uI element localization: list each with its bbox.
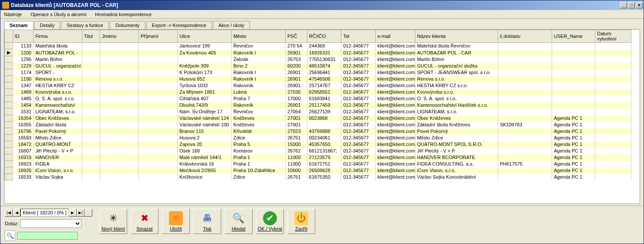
table-row[interactable]: 1347HESTIA KRBY CZTyršova 1032Rakovník26… — [5, 82, 631, 89]
cell[interactable]: 012-345677 — [341, 122, 376, 128]
cell[interactable]: Křivoklát — [231, 128, 285, 135]
cell[interactable] — [82, 148, 100, 154]
cell[interactable] — [139, 122, 178, 128]
cell[interactable]: 47546506 — [307, 76, 341, 82]
cell[interactable]: AUTOBAZAR POL - — [34, 49, 82, 56]
table-row[interactable]: 16919HANOVERMalé náměstí 144/1Praha 1110… — [5, 154, 631, 161]
cell[interactable]: 16796 — [13, 128, 34, 135]
search-icon[interactable]: 🔍 — [5, 230, 15, 241]
cell[interactable] — [498, 167, 552, 174]
cell[interactable]: Komárov — [231, 148, 285, 154]
cell[interactable]: HESTIA KRBY CZ — [34, 82, 82, 89]
cell[interactable]: Jankovice 199 — [177, 43, 231, 49]
cell[interactable]: 25117459 — [307, 102, 341, 108]
cell[interactable]: 25696441 — [307, 69, 341, 76]
cell[interactable] — [498, 89, 552, 95]
cell[interactable]: 26901 — [286, 76, 307, 82]
cell[interactable] — [100, 128, 139, 135]
table-row[interactable]: 18472QUATRO-MONTZapova 20Praha 515000453… — [5, 141, 631, 148]
cell[interactable]: 27054 — [286, 108, 307, 115]
toolbar-button-nov-klient[interactable]: ✳Nový klient — [99, 209, 127, 234]
cell[interactable]: PH617575 — [498, 161, 552, 167]
cell[interactable]: 012-345677 — [341, 141, 376, 148]
cell[interactable]: 26751 — [286, 174, 307, 180]
cell[interactable]: klient@klient.com — [375, 108, 415, 115]
cell[interactable] — [595, 135, 631, 141]
cell[interactable] — [82, 82, 100, 89]
cell[interactable] — [595, 76, 631, 82]
cell[interactable]: 26901 — [286, 69, 307, 76]
cell[interactable]: Jiří Plecitý - V + P — [415, 148, 498, 154]
cell[interactable]: 61672751 — [307, 161, 341, 167]
cell[interactable]: 012-345677 — [341, 135, 376, 141]
cell[interactable] — [139, 174, 178, 180]
cell[interactable]: iCom Vision, s.r.o. — [415, 167, 498, 174]
cell[interactable]: 11000 — [286, 154, 307, 161]
cell[interactable]: O. S. A. spol. s r.o. — [34, 95, 82, 102]
cell[interactable]: LIGNATEAM, s.r.o. — [415, 108, 498, 115]
cell[interactable] — [82, 135, 100, 141]
cell[interactable] — [498, 95, 552, 102]
cell[interactable]: Agenda PC 1 — [552, 135, 595, 141]
cell[interactable] — [595, 141, 631, 148]
cell[interactable] — [139, 69, 178, 76]
cell[interactable]: 60200 — [286, 63, 307, 69]
dotaz-select[interactable] — [20, 219, 81, 228]
cell[interactable]: Lubná — [231, 89, 285, 95]
cell[interactable]: Knížkovice — [177, 174, 231, 180]
cell[interactable]: 16533 — [13, 174, 34, 180]
search-input[interactable] — [17, 232, 78, 240]
cell[interactable] — [595, 167, 631, 174]
cell[interactable] — [100, 167, 139, 174]
cell[interactable]: 012-345677 — [341, 128, 376, 135]
cell[interactable] — [498, 69, 552, 76]
cell[interactable] — [595, 102, 631, 108]
cell[interactable]: Kovovýroba s.r.o. — [415, 89, 498, 95]
cell[interactable]: 61875350 — [307, 174, 341, 180]
cell[interactable]: klient@klient.com — [375, 43, 415, 49]
cell[interactable] — [82, 108, 100, 115]
cell[interactable] — [595, 95, 631, 102]
cell[interactable]: Mateřská škola — [34, 43, 82, 49]
cell[interactable] — [82, 122, 100, 128]
cell[interactable] — [82, 161, 100, 167]
toolbar-button-smazat[interactable]: ✖Smazat — [131, 209, 158, 234]
table-row[interactable]: 1229GUCUL - organizačníKněžpole 309Brno … — [5, 63, 631, 69]
cell[interactable]: Agenda PC 1 — [552, 148, 595, 154]
cell[interactable]: HESTIA KRBY CZ s.r.o. — [415, 82, 498, 89]
cell[interactable]: 27001 — [286, 122, 307, 128]
cell[interactable] — [139, 76, 178, 82]
toolbar-button-tisk[interactable]: 🖶Tisk — [193, 209, 221, 234]
cell[interactable]: klient@klient.com — [375, 167, 415, 174]
cell[interactable]: Kamenosochařství Havlíček s.r.o. — [415, 102, 498, 108]
cell[interactable]: 012-345677 — [341, 174, 376, 180]
cell[interactable]: Václav Sojka Kovoobrábění — [415, 174, 498, 180]
cell[interactable]: 012-345677 — [341, 167, 376, 174]
tab-5[interactable]: Akce / úkoly — [213, 21, 250, 29]
table-row[interactable]: 1531LIGNATEAM, s.r.o.Nám. Sv.Ondřeje 17Ř… — [5, 108, 631, 115]
cell[interactable]: 43769888 — [307, 128, 341, 135]
cell[interactable]: 1485 — [13, 95, 34, 102]
tab-0[interactable]: Seznam — [4, 21, 34, 30]
col-header-0[interactable]: ID — [13, 30, 34, 43]
cell[interactable]: Kovovýroba s.r.o. — [34, 89, 82, 95]
cell[interactable]: K Potokům 173 — [177, 69, 231, 76]
cell[interactable] — [82, 128, 100, 135]
cell[interactable]: Rakovník — [231, 82, 285, 89]
cell[interactable]: Václav Sojka — [34, 174, 82, 180]
cell[interactable]: klient@klient.com — [375, 69, 415, 76]
cell[interactable]: klient@klient.com — [375, 82, 415, 89]
cell[interactable]: Řevničov — [231, 108, 285, 115]
cell[interactable]: 25627139 — [307, 108, 341, 115]
cell[interactable]: 012-345677 — [341, 63, 376, 69]
cell[interactable] — [100, 154, 139, 161]
cell[interactable]: klient@klient.com — [375, 135, 415, 141]
cell[interactable]: O. S. A. spol. s r.o. — [415, 95, 498, 102]
cell[interactable] — [595, 56, 631, 63]
cell[interactable] — [139, 167, 178, 174]
cell[interactable] — [498, 115, 552, 122]
cell[interactable] — [139, 102, 178, 108]
cell[interactable] — [498, 63, 552, 69]
cell[interactable] — [139, 63, 178, 69]
cell[interactable]: Praha 7 — [231, 95, 285, 102]
